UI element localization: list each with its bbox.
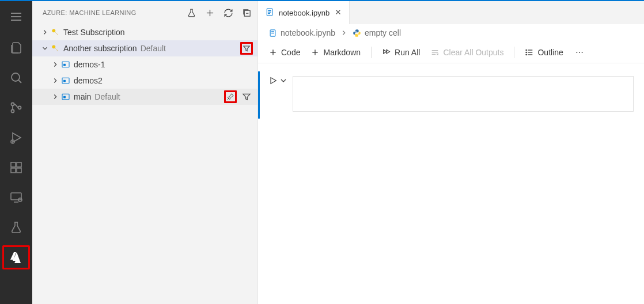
source-control-icon[interactable] xyxy=(2,96,30,120)
panel-actions xyxy=(186,7,252,18)
svg-point-57 xyxy=(526,54,526,55)
svg-rect-40 xyxy=(271,32,274,33)
breadcrumb-file[interactable]: notebook.ipynb xyxy=(268,28,335,37)
run-debug-icon[interactable] xyxy=(2,126,30,150)
chevron-right-icon xyxy=(51,93,60,101)
run-all-label: Run All xyxy=(395,48,420,57)
svg-rect-12 xyxy=(11,168,16,173)
cell-input[interactable] xyxy=(293,76,634,112)
subscription-item-test[interactable]: Test Subscription xyxy=(32,24,257,40)
svg-point-56 xyxy=(526,52,526,52)
svg-point-7 xyxy=(18,107,21,109)
chevron-right-icon xyxy=(51,77,60,85)
svg-point-22 xyxy=(52,45,55,48)
workspace-icon xyxy=(60,60,71,69)
notebook-file-icon xyxy=(265,7,274,18)
svg-rect-13 xyxy=(17,168,21,173)
add-code-label: Code xyxy=(281,48,300,57)
breadcrumb-cell[interactable]: empty cell xyxy=(353,28,401,37)
breadcrumb: notebook.ipynb empty cell xyxy=(258,24,644,41)
editor-area: notebook.ipynb notebook.ipynb empty cell… xyxy=(258,1,644,304)
subscription-suffix: Default xyxy=(141,44,166,53)
plus-icon xyxy=(268,48,278,57)
svg-rect-29 xyxy=(64,96,66,98)
python-icon xyxy=(353,29,361,37)
pin-icon[interactable] xyxy=(224,90,237,103)
chevron-right-icon xyxy=(51,60,60,69)
notebook-file-icon xyxy=(268,29,277,37)
outline-label: Outline xyxy=(537,48,563,57)
more-actions-button[interactable] xyxy=(575,48,584,57)
key-icon xyxy=(50,28,61,37)
toolbar-separator xyxy=(371,47,372,58)
breadcrumb-cell-label: empty cell xyxy=(365,28,401,37)
subscription-item-another[interactable]: Another subscription Default xyxy=(32,40,257,56)
filter-icon[interactable] xyxy=(240,42,253,55)
svg-rect-35 xyxy=(268,13,270,14)
svg-point-3 xyxy=(12,73,20,81)
svg-rect-14 xyxy=(11,193,21,200)
search-icon[interactable] xyxy=(2,66,30,90)
chevron-down-icon[interactable] xyxy=(279,76,288,87)
run-all-icon xyxy=(382,48,391,57)
workspace-label: main xyxy=(74,92,91,101)
workspace-label: demos-1 xyxy=(74,60,105,69)
svg-rect-27 xyxy=(64,80,66,82)
svg-point-60 xyxy=(581,51,582,52)
workspace-label: demos2 xyxy=(74,76,103,85)
workspace-item-main[interactable]: main Default xyxy=(32,89,257,105)
clear-outputs-button[interactable]: Clear All Outputs xyxy=(430,48,503,57)
add-code-button[interactable]: Code xyxy=(268,48,300,57)
toolbar-separator xyxy=(514,47,514,58)
svg-rect-25 xyxy=(64,64,66,66)
breadcrumb-file-label: notebook.ipynb xyxy=(281,28,335,37)
collapse-all-icon[interactable] xyxy=(241,7,252,18)
add-markdown-button[interactable]: Markdown xyxy=(310,48,361,57)
main-layout: AZURE: MACHINE LEARNING Test Subscriptio… xyxy=(0,1,644,304)
svg-rect-39 xyxy=(271,31,274,32)
notebook-cell[interactable] xyxy=(268,76,634,112)
subscription-label: Another subscription xyxy=(63,44,137,53)
add-icon[interactable] xyxy=(204,7,215,18)
svg-rect-34 xyxy=(268,12,271,12)
svg-point-59 xyxy=(579,51,580,52)
outline-button[interactable]: Outline xyxy=(525,48,563,57)
svg-rect-26 xyxy=(62,78,69,83)
svg-marker-31 xyxy=(243,94,250,100)
run-cell-button[interactable] xyxy=(268,76,278,87)
filter-icon[interactable] xyxy=(240,90,253,103)
editor-tabs: notebook.ipynb xyxy=(258,1,644,24)
tab-notebook[interactable]: notebook.ipynb xyxy=(258,1,350,24)
run-all-button[interactable]: Run All xyxy=(382,48,420,57)
menu-icon[interactable] xyxy=(2,5,30,29)
workspace-item-demos2[interactable]: demos2 xyxy=(32,73,257,89)
key-icon xyxy=(50,44,61,53)
beaker-icon[interactable] xyxy=(2,215,30,240)
clear-outputs-label: Clear All Outputs xyxy=(443,48,503,57)
beaker-action-icon[interactable] xyxy=(186,7,196,18)
svg-rect-11 xyxy=(17,162,21,167)
remote-explorer-icon[interactable] xyxy=(2,185,30,210)
workspace-item-demos-1[interactable]: demos-1 xyxy=(32,56,257,73)
chevron-right-icon xyxy=(40,28,50,36)
workspace-icon xyxy=(60,76,71,85)
svg-line-4 xyxy=(18,80,21,83)
svg-point-58 xyxy=(576,51,577,52)
azure-ml-panel: AZURE: MACHINE LEARNING Test Subscriptio… xyxy=(32,1,258,304)
svg-rect-10 xyxy=(11,162,16,167)
workspace-suffix: Default xyxy=(94,92,120,101)
workspace-icon xyxy=(60,92,71,101)
subscription-tree: Test Subscription Another subscription D… xyxy=(32,24,257,105)
extensions-icon[interactable] xyxy=(2,155,30,180)
notebook-toolbar: Code Markdown Run All Clear All Outputs … xyxy=(258,41,644,63)
panel-title: AZURE: MACHINE LEARNING xyxy=(43,9,186,16)
cell-gutter xyxy=(268,76,286,87)
outline-icon xyxy=(525,48,534,57)
explorer-icon[interactable] xyxy=(2,36,30,60)
svg-rect-24 xyxy=(62,62,69,67)
close-icon[interactable] xyxy=(334,8,342,18)
refresh-icon[interactable] xyxy=(223,7,233,18)
tab-label: notebook.ipynb xyxy=(279,9,329,17)
chevron-down-icon xyxy=(40,44,50,52)
azure-icon[interactable] xyxy=(2,245,30,269)
